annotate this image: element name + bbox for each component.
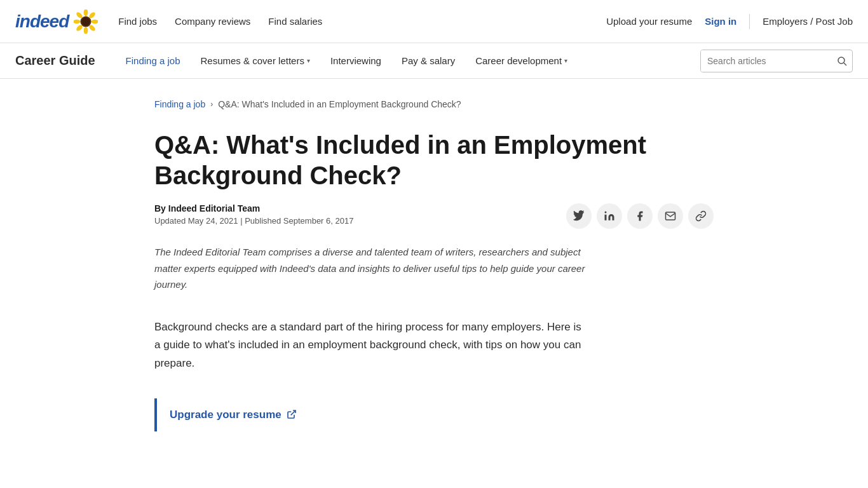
mail-icon bbox=[665, 210, 676, 222]
top-navigation: indeed Find jobs Company reviews Find sa… bbox=[0, 0, 868, 43]
share-linkedin-button[interactable] bbox=[597, 203, 622, 229]
linkedin-icon bbox=[604, 210, 615, 222]
link-icon bbox=[695, 210, 707, 222]
breadcrumb-parent-link[interactable]: Finding a job bbox=[154, 99, 205, 109]
chevron-down-icon-2: ▾ bbox=[564, 57, 567, 64]
career-guide-title: Career Guide bbox=[15, 53, 95, 68]
search-box bbox=[700, 50, 853, 72]
upload-resume-link[interactable]: Upload your resume bbox=[606, 16, 692, 27]
breadcrumb-separator: › bbox=[210, 100, 213, 109]
share-facebook-button[interactable] bbox=[627, 203, 653, 229]
search-input[interactable] bbox=[701, 50, 832, 72]
svg-line-11 bbox=[844, 63, 846, 65]
nav-career-development[interactable]: Career development ▾ bbox=[465, 43, 578, 79]
article-dates: Updated May 24, 2021 | Published Septemb… bbox=[154, 216, 353, 226]
author-info: By Indeed Editorial Team Updated May 24,… bbox=[154, 203, 353, 226]
svg-point-4 bbox=[84, 27, 88, 33]
upgrade-resume-link[interactable]: Upgrade your resume bbox=[170, 409, 574, 421]
author-name: By Indeed Editorial Team bbox=[154, 203, 353, 214]
nav-interviewing[interactable]: Interviewing bbox=[320, 43, 391, 79]
article-meta: By Indeed Editorial Team Updated May 24,… bbox=[154, 203, 714, 229]
nav-finding-a-job[interactable]: Finding a job bbox=[116, 43, 191, 79]
nav-resumes-cover[interactable]: Resumes & cover letters ▾ bbox=[191, 43, 320, 79]
svg-point-2 bbox=[92, 19, 98, 24]
upgrade-resume-box: Upgrade your resume bbox=[154, 398, 587, 431]
logo-text: indeed bbox=[15, 11, 69, 32]
svg-line-13 bbox=[290, 410, 295, 415]
share-email-button[interactable] bbox=[658, 203, 683, 229]
chevron-down-icon: ▾ bbox=[307, 57, 310, 64]
svg-point-9 bbox=[82, 17, 90, 25]
twitter-icon bbox=[573, 210, 585, 222]
external-link-icon bbox=[287, 409, 297, 421]
nav-divider bbox=[749, 14, 750, 29]
svg-point-12 bbox=[605, 212, 607, 214]
upgrade-resume-label: Upgrade your resume bbox=[170, 409, 281, 421]
breadcrumb-current: Q&A: What's Included in an Employment Ba… bbox=[218, 99, 461, 109]
article-body: Background checks are a standard part of… bbox=[154, 318, 587, 374]
career-guide-navigation: Career Guide Finding a job Resumes & cov… bbox=[0, 43, 868, 79]
find-salaries-link[interactable]: Find salaries bbox=[268, 16, 322, 27]
article-title: Q&A: What's Included in an Employment Ba… bbox=[154, 130, 688, 191]
career-nav-links: Finding a job Resumes & cover letters ▾ … bbox=[116, 43, 700, 79]
employers-link[interactable]: Employers / Post Job bbox=[763, 16, 853, 27]
company-reviews-link[interactable]: Company reviews bbox=[175, 16, 250, 27]
top-nav-right: Upload your resume Sign in Employers / P… bbox=[606, 14, 853, 29]
svg-point-6 bbox=[74, 19, 80, 24]
share-icons bbox=[566, 203, 714, 229]
sunflower-icon bbox=[74, 10, 98, 34]
share-twitter-button[interactable] bbox=[566, 203, 592, 229]
author-bio: The Indeed Editorial Team comprises a di… bbox=[154, 244, 587, 293]
share-link-button[interactable] bbox=[688, 203, 714, 229]
top-nav-links: Find jobs Company reviews Find salaries bbox=[118, 16, 606, 27]
indeed-logo[interactable]: indeed bbox=[15, 10, 98, 34]
search-icon bbox=[837, 56, 847, 66]
nav-pay-salary[interactable]: Pay & salary bbox=[391, 43, 465, 79]
breadcrumb: Finding a job › Q&A: What's Included in … bbox=[154, 99, 714, 109]
search-button[interactable] bbox=[832, 50, 852, 72]
main-content: Finding a job › Q&A: What's Included in … bbox=[129, 79, 739, 452]
facebook-icon bbox=[634, 210, 646, 222]
find-jobs-link[interactable]: Find jobs bbox=[118, 16, 157, 27]
svg-point-10 bbox=[838, 57, 844, 64]
svg-point-0 bbox=[84, 10, 88, 16]
sign-in-button[interactable]: Sign in bbox=[705, 16, 736, 27]
